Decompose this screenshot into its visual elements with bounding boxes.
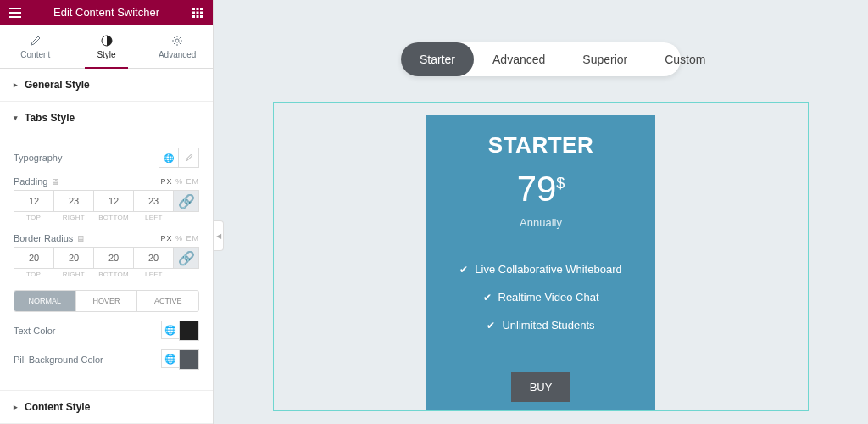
device-icon[interactable]: 🖥 bbox=[51, 177, 59, 187]
plan-period: Annually bbox=[443, 216, 638, 229]
radius-bottom-input[interactable] bbox=[94, 248, 133, 268]
contrast-icon bbox=[101, 35, 113, 47]
radius-top-input[interactable] bbox=[14, 248, 53, 268]
typography-row: Typography 🌐 bbox=[14, 148, 199, 168]
panel-title: Edit Content Switcher bbox=[53, 6, 159, 19]
svg-rect-5 bbox=[200, 11, 203, 14]
tab-style[interactable]: Style bbox=[71, 25, 142, 68]
preview-selection[interactable]: STARTER 79$ Annually ✔Live Collaborative… bbox=[273, 102, 809, 411]
apps-icon[interactable] bbox=[191, 6, 204, 20]
state-hover[interactable]: HOVER bbox=[75, 291, 137, 311]
state-normal[interactable]: NORMAL bbox=[14, 291, 75, 311]
plan-price: 79$ bbox=[443, 169, 638, 209]
section-general-toggle[interactable]: ▸General Style bbox=[0, 69, 213, 101]
gear-icon bbox=[171, 35, 183, 47]
svg-point-10 bbox=[175, 39, 179, 42]
svg-rect-8 bbox=[200, 15, 203, 18]
pencil-icon bbox=[30, 35, 42, 47]
caret-right-icon: ▸ bbox=[14, 81, 18, 89]
svg-rect-2 bbox=[200, 8, 203, 10]
svg-rect-6 bbox=[192, 15, 195, 18]
check-icon: ✔ bbox=[459, 264, 468, 276]
content-switcher: Starter Advanced Superior Custom bbox=[401, 42, 681, 76]
preview-canvas: Starter Advanced Superior Custom STARTER… bbox=[214, 0, 868, 424]
radius-inputs: 🔗 bbox=[14, 247, 199, 269]
svg-rect-1 bbox=[196, 8, 198, 10]
section-general: ▸General Style bbox=[0, 69, 213, 102]
plan-title: STARTER bbox=[443, 132, 638, 159]
padding-link-icon[interactable]: 🔗 bbox=[174, 190, 199, 212]
panel-tabs: Content Style Advanced bbox=[0, 25, 213, 69]
caret-down-icon: ▾ bbox=[14, 114, 18, 122]
device-icon[interactable]: 🖥 bbox=[76, 234, 85, 243]
radius-link-icon[interactable]: 🔗 bbox=[174, 247, 199, 269]
switcher-tab-starter[interactable]: Starter bbox=[401, 42, 474, 76]
feature-item: ✔Unlimited Students bbox=[443, 319, 638, 332]
svg-rect-4 bbox=[196, 11, 198, 14]
typography-global-icon[interactable]: 🌐 bbox=[159, 148, 179, 168]
text-color-row: Text Color 🌐 bbox=[14, 321, 199, 341]
editor-panel: Edit Content Switcher Content Style Adva… bbox=[0, 0, 214, 424]
text-color-global-icon[interactable]: 🌐 bbox=[161, 321, 180, 339]
padding-bottom-input[interactable] bbox=[94, 191, 133, 211]
svg-rect-0 bbox=[192, 8, 195, 10]
panel-header: Edit Content Switcher bbox=[0, 0, 213, 25]
menu-icon[interactable] bbox=[8, 6, 22, 20]
section-tabs-style: ▾Tabs Style Typography 🌐 Padding🖥 PX % E… bbox=[0, 102, 213, 391]
caret-right-icon: ▸ bbox=[14, 403, 18, 411]
check-icon: ✔ bbox=[483, 292, 492, 304]
state-tabs: NORMAL HOVER ACTIVE bbox=[14, 290, 199, 312]
radius-right-input[interactable] bbox=[54, 248, 93, 268]
state-active[interactable]: ACTIVE bbox=[136, 291, 198, 311]
pill-bg-swatch[interactable] bbox=[179, 349, 199, 370]
text-color-swatch[interactable] bbox=[179, 321, 199, 341]
pill-bg-global-icon[interactable]: 🌐 bbox=[161, 349, 180, 368]
feature-item: ✔Realtime Video Chat bbox=[443, 291, 638, 304]
radius-left-input[interactable] bbox=[134, 248, 173, 268]
padding-inputs: 🔗 bbox=[14, 190, 199, 212]
radius-units[interactable]: PX % EM bbox=[160, 234, 199, 243]
tab-advanced[interactable]: Advanced bbox=[142, 25, 213, 68]
padding-right-input[interactable] bbox=[54, 191, 93, 211]
tab-content[interactable]: Content bbox=[0, 25, 71, 68]
check-icon: ✔ bbox=[487, 320, 495, 332]
radius-row: Border Radius🖥 PX % EM bbox=[14, 233, 199, 243]
svg-rect-7 bbox=[196, 15, 198, 18]
padding-units[interactable]: PX % EM bbox=[160, 177, 199, 186]
switcher-tab-custom[interactable]: Custom bbox=[646, 42, 724, 76]
section-tabs-toggle[interactable]: ▾Tabs Style bbox=[0, 102, 213, 134]
padding-row: Padding🖥 PX % EM bbox=[14, 176, 199, 187]
typography-edit-button[interactable] bbox=[179, 148, 199, 168]
switcher-tab-superior[interactable]: Superior bbox=[564, 42, 646, 76]
switcher-tab-advanced[interactable]: Advanced bbox=[474, 42, 564, 76]
section-content-toggle[interactable]: ▸Content Style bbox=[0, 391, 213, 423]
pricing-card: STARTER 79$ Annually ✔Live Collaborative… bbox=[426, 115, 655, 410]
padding-top-input[interactable] bbox=[14, 191, 53, 211]
buy-button[interactable]: BUY bbox=[511, 372, 571, 402]
section-content-style: ▸Content Style bbox=[0, 391, 213, 424]
svg-rect-3 bbox=[192, 11, 195, 14]
feature-item: ✔Live Collaborative Whiteboard bbox=[443, 263, 638, 276]
pill-bg-row: Pill Background Color 🌐 bbox=[14, 349, 199, 370]
padding-left-input[interactable] bbox=[134, 191, 173, 211]
